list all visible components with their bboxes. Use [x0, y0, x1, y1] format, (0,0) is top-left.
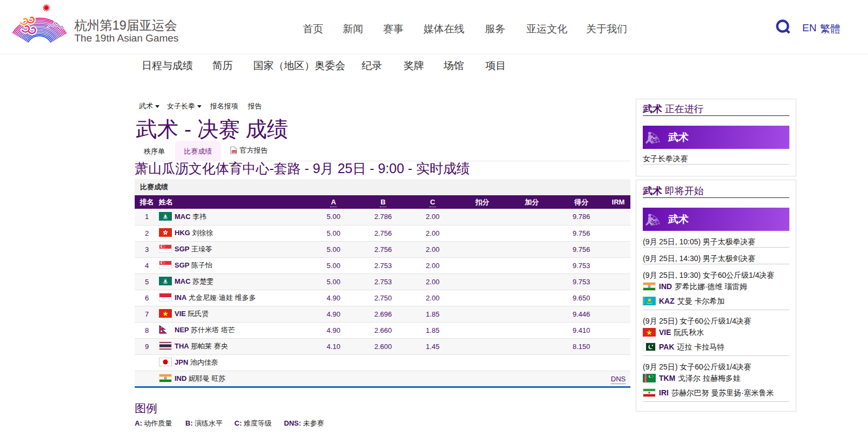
svg-text:PDF: PDF [232, 151, 237, 153]
